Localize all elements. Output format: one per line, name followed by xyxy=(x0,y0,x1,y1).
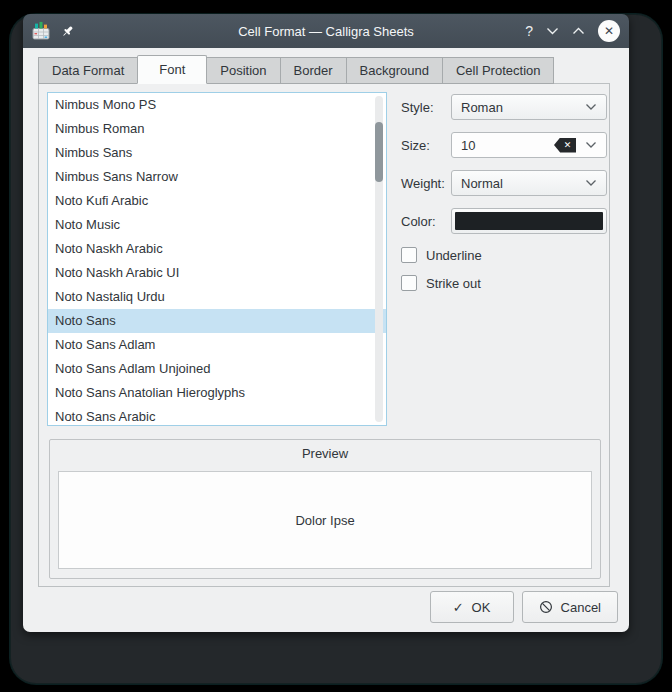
text-decoration-group: Underline Strike out xyxy=(401,246,607,292)
scrollbar-track[interactable] xyxy=(375,96,383,422)
underline-checkbox[interactable] xyxy=(401,247,417,263)
tab-background[interactable]: Background xyxy=(346,57,443,84)
cancel-button[interactable]: Cancel xyxy=(522,591,618,623)
close-button[interactable]: ✕ xyxy=(598,20,620,42)
underline-row: Underline xyxy=(401,246,607,264)
maximize-button[interactable] xyxy=(572,27,585,35)
font-list-item[interactable]: Noto Sans Anatolian Hieroglyphs xyxy=(48,381,386,405)
font-list-item[interactable]: Noto Sans xyxy=(48,309,386,333)
color-label: Color: xyxy=(401,214,451,229)
close-icon: ✕ xyxy=(604,24,614,38)
app-icon[interactable] xyxy=(31,21,51,41)
font-list-item[interactable]: Noto Sans Adlam Unjoined xyxy=(48,357,386,381)
help-button[interactable]: ? xyxy=(525,23,533,39)
font-list-item[interactable]: Nimbus Mono PS xyxy=(48,93,386,117)
style-row: Style: Roman xyxy=(401,94,607,120)
dialog-window: Cell Format — Calligra Sheets xyxy=(23,14,629,632)
font-list-items: Nimbus Mono PSNimbus RomanNimbus SansNim… xyxy=(48,93,386,426)
font-color-swatch xyxy=(455,212,603,230)
weight-label: Weight: xyxy=(401,176,451,191)
size-input[interactable] xyxy=(461,138,519,153)
tab-bar: Data FormatFontPositionBorderBackgroundC… xyxy=(38,55,554,84)
font-color-button[interactable] xyxy=(451,208,607,234)
font-family-list[interactable]: Nimbus Mono PSNimbus RomanNimbus SansNim… xyxy=(47,92,387,426)
clear-size-button[interactable]: ✕ xyxy=(554,138,576,153)
style-label: Style: xyxy=(401,100,451,115)
font-tab-panel: Nimbus Mono PSNimbus RomanNimbus SansNim… xyxy=(38,83,610,587)
preview-sample-text: Dolor Ipse xyxy=(295,513,354,528)
underline-label: Underline xyxy=(426,248,482,263)
tab-cell-protection[interactable]: Cell Protection xyxy=(442,57,555,84)
tab-font[interactable]: Font xyxy=(137,55,207,84)
size-label: Size: xyxy=(401,138,451,153)
strikeout-row: Strike out xyxy=(401,274,607,292)
weight-value: Normal xyxy=(461,176,503,191)
tab-border[interactable]: Border xyxy=(280,57,347,84)
ok-button[interactable]: ✓ OK xyxy=(430,591,514,623)
weight-combobox[interactable]: Normal xyxy=(451,170,607,196)
preview-area: Dolor Ipse xyxy=(58,471,592,569)
dialog-buttons: ✓ OK Cancel xyxy=(430,591,618,623)
font-list-item[interactable]: Noto Sans Adlam xyxy=(48,333,386,357)
font-list-item[interactable]: Nimbus Roman xyxy=(48,117,386,141)
chevron-down-icon xyxy=(585,141,597,149)
weight-row: Weight: Normal xyxy=(401,170,607,196)
font-options-column: Style: Roman Size: xyxy=(401,94,607,302)
ok-label: OK xyxy=(472,600,491,615)
color-row: Color: xyxy=(401,208,607,234)
tab-position[interactable]: Position xyxy=(206,57,280,84)
font-list-item[interactable]: Nimbus Sans Narrow xyxy=(48,165,386,189)
font-list-item[interactable]: Noto Music xyxy=(48,213,386,237)
size-combobox[interactable]: ✕ xyxy=(451,132,607,158)
pin-icon[interactable] xyxy=(60,24,75,39)
size-row: Size: ✕ xyxy=(401,132,607,158)
chevron-down-icon xyxy=(585,179,597,187)
check-icon: ✓ xyxy=(453,600,464,615)
titlebar[interactable]: Cell Format — Calligra Sheets xyxy=(23,14,629,48)
style-combobox[interactable]: Roman xyxy=(451,94,607,120)
font-list-item[interactable]: Nimbus Sans xyxy=(48,141,386,165)
font-list-item[interactable]: Noto Naskh Arabic UI xyxy=(48,261,386,285)
dialog-content: Data FormatFontPositionBorderBackgroundC… xyxy=(23,48,629,632)
font-list-item[interactable]: Noto Sans Arabic xyxy=(48,405,386,426)
font-list-item[interactable]: Noto Kufi Arabic xyxy=(48,189,386,213)
strikeout-checkbox[interactable] xyxy=(401,275,417,291)
font-list-item[interactable]: Noto Naskh Arabic xyxy=(48,237,386,261)
minimize-button[interactable] xyxy=(546,27,559,35)
preview-title: Preview xyxy=(50,446,600,461)
tab-data-format[interactable]: Data Format xyxy=(38,57,138,84)
scrollbar-thumb[interactable] xyxy=(375,122,383,182)
strikeout-label: Strike out xyxy=(426,276,481,291)
cancel-label: Cancel xyxy=(561,600,601,615)
preview-groupbox: Preview Dolor Ipse xyxy=(49,439,601,579)
cancel-icon xyxy=(539,600,553,614)
chevron-down-icon xyxy=(585,103,597,111)
clear-icon: ✕ xyxy=(564,140,572,150)
style-value: Roman xyxy=(461,100,503,115)
font-list-item[interactable]: Noto Nastaliq Urdu xyxy=(48,285,386,309)
